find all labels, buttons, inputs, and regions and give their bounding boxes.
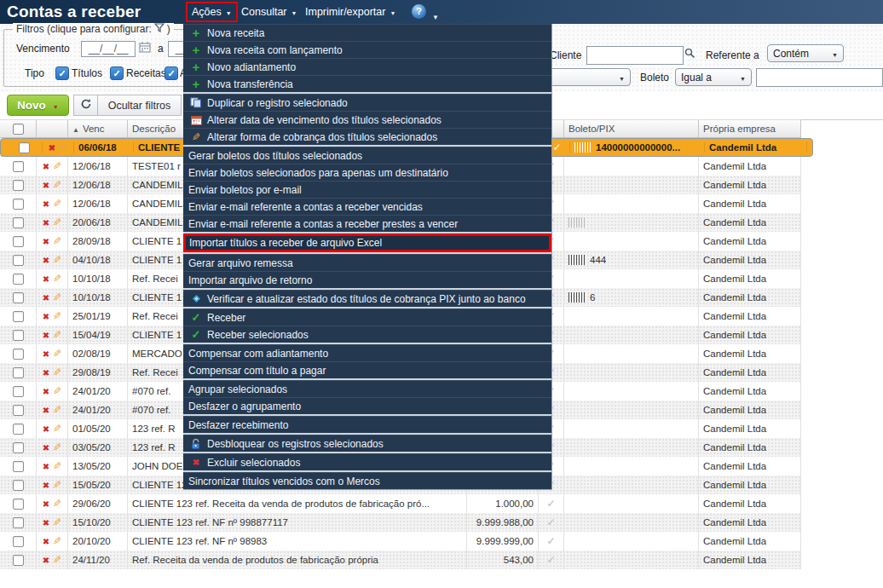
delete-row-icon[interactable] [43,311,49,321]
delete-row-icon[interactable] [43,199,49,209]
row-checkbox[interactable] [19,142,30,153]
edit-row-icon[interactable] [53,273,61,285]
edit-row-icon[interactable] [53,554,61,566]
menu-item[interactable]: Compensar com título a pagar [183,361,551,378]
menu-item[interactable]: Desbloquear os registros selecionados [183,435,551,452]
table-row[interactable]: 20/10/20CLIENTE 123 ref. NF nº 989839.99… [0,532,801,551]
ocultar-filtros-button[interactable]: Ocultar filtros [97,95,182,116]
menu-item[interactable]: Enviar boletos selecionados para apenas … [183,164,551,181]
row-checkbox[interactable] [13,461,24,472]
row-checkbox[interactable] [13,442,24,453]
edit-row-icon[interactable] [53,498,61,510]
row-checkbox[interactable] [13,330,24,341]
boleto-input[interactable] [756,68,883,87]
header-propria-empresa[interactable]: Própria empresa [699,120,801,137]
row-checkbox[interactable] [13,292,24,303]
menu-item[interactable]: Gerar boletos dos títulos selecionados [183,147,551,164]
delete-row-icon[interactable] [43,349,49,359]
header-select-all[interactable] [0,120,37,137]
menu-item[interactable]: Sincronizar títulos vencidos com o Merco… [183,472,551,489]
calendar-icon[interactable] [139,42,151,53]
delete-row-icon[interactable] [43,517,49,527]
edit-row-icon[interactable] [53,404,61,416]
edit-row-icon[interactable] [53,310,61,322]
menu-item[interactable]: Agrupar selecionados [183,380,551,397]
menu-item[interactable]: Duplicar o registro selecionado [183,94,551,111]
menu-item-highlighted[interactable]: Importar títulos a receber de arquivo Ex… [183,233,551,252]
row-checkbox[interactable] [13,236,24,247]
delete-row-icon[interactable] [43,499,49,509]
header-venc[interactable]: Venc [68,120,128,137]
edit-row-icon[interactable] [53,535,61,547]
menu-acoes[interactable]: Ações [186,2,238,22]
row-checkbox[interactable] [13,217,24,228]
table-row[interactable]: 29/06/20CLIENTE 123 ref. Receita da vend… [0,494,801,513]
menu-item[interactable]: Gerar arquivo remessa [183,254,551,271]
delete-row-icon[interactable] [43,367,49,378]
delete-row-icon[interactable] [43,461,49,471]
menu-item[interactable]: Desfazer o agrupamento [183,397,551,414]
tipo-titulos-checkbox[interactable] [55,66,69,80]
row-checkbox[interactable] [13,405,24,416]
menu-item[interactable]: Desfazer recebimento [183,416,551,433]
row-checkbox[interactable] [13,180,24,191]
row-checkbox[interactable] [13,161,24,172]
menu-item[interactable]: Importar arquivo de retorno [183,271,551,288]
menu-item[interactable]: ✓Receber selecionados [183,326,551,343]
help-icon[interactable]: ? [412,4,426,19]
menu-item[interactable]: +Nova receita com lançamento [183,41,551,58]
delete-row-icon[interactable] [43,405,49,415]
menu-consultar[interactable]: Consultar [241,4,297,20]
boleto-operator-select[interactable]: Igual a [675,68,752,86]
row-checkbox[interactable] [13,424,24,435]
delete-row-icon[interactable] [43,555,49,565]
row-checkbox[interactable] [13,255,24,266]
delete-row-icon[interactable] [43,480,49,490]
delete-row-icon[interactable] [43,217,49,228]
delete-row-icon[interactable] [43,424,49,434]
cliente-input[interactable] [586,46,684,65]
row-checkbox[interactable] [13,555,24,566]
delete-row-icon[interactable] [43,442,49,453]
menu-item[interactable]: ✖Excluir selecionados [183,453,551,470]
window-chevron-down-icon[interactable] [432,8,439,23]
edit-row-icon[interactable] [53,198,61,210]
vencimento-start-input[interactable]: __/__/__ [81,41,136,57]
novo-button[interactable]: Novo [7,95,69,116]
menu-item[interactable]: Alterar data de vencimento dos títulos s… [183,111,551,128]
row-checkbox[interactable] [13,386,24,397]
edit-row-icon[interactable] [53,479,61,491]
tipo-adiantamentos-checkbox[interactable] [164,66,178,80]
row-checkbox[interactable] [13,349,24,360]
menu-item[interactable]: +Novo adiantamento [183,58,551,75]
row-checkbox[interactable] [13,517,24,528]
delete-row-icon[interactable] [43,292,49,303]
edit-row-icon[interactable] [53,329,61,341]
edit-row-icon[interactable] [53,254,61,266]
edit-row-icon[interactable] [53,348,61,360]
menu-imprimir-exportar[interactable]: Imprimir/exportar [305,4,395,20]
edit-row-icon[interactable] [53,516,61,528]
delete-row-icon[interactable] [43,330,49,340]
delete-row-icon[interactable] [43,274,49,284]
menu-item[interactable]: Compensar com adiantamento [183,344,551,361]
row-checkbox[interactable] [13,274,24,285]
menu-item[interactable]: ✓Receber [183,308,551,326]
delete-row-icon[interactable] [43,236,49,246]
row-checkbox[interactable] [13,536,24,547]
edit-row-icon[interactable] [53,141,61,153]
header-boleto-pix[interactable]: Boleto/PIX [564,120,699,137]
edit-row-icon[interactable] [53,235,61,247]
referente-operator-select[interactable]: Contém [767,44,844,62]
edit-row-icon[interactable] [53,460,61,472]
menu-item[interactable]: +Nova receita [183,24,551,41]
delete-row-icon[interactable] [43,386,49,396]
table-row[interactable]: 15/10/20CLIENTE 123 ref. NF nº 998877117… [0,513,801,532]
row-checkbox[interactable] [13,199,24,210]
menu-item[interactable]: Enviar boletos por e-mail [183,181,551,198]
menu-item[interactable]: Alterar forma de cobrança dos títulos se… [183,128,551,145]
select-all-checkbox[interactable] [13,124,24,135]
row-checkbox[interactable] [13,311,24,322]
row-checkbox[interactable] [13,367,24,378]
table-row[interactable]: 24/11/20Ref. Receita da venda de produto… [0,551,801,569]
